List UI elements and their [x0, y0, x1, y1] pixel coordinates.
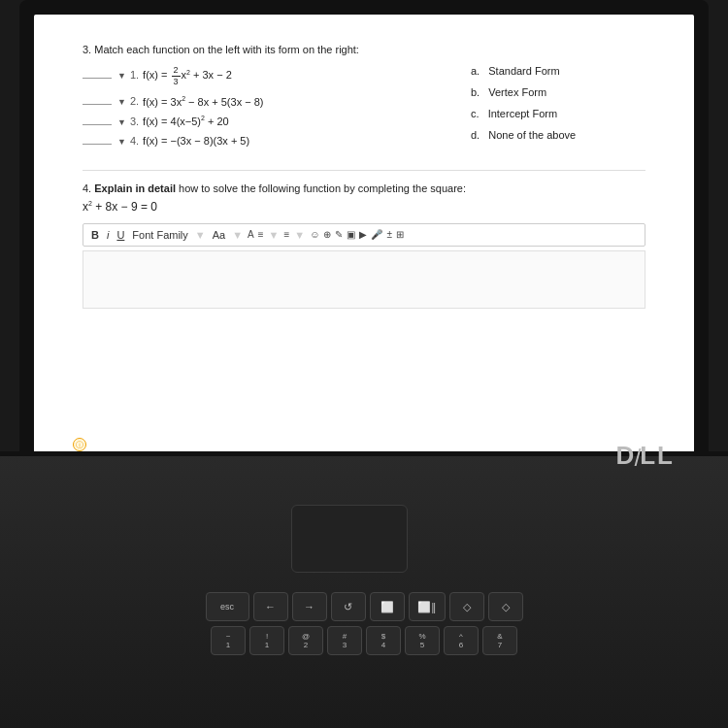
- answer-blank-4: [83, 144, 112, 145]
- screen-bezel: 3. Match each function on the left with …: [19, 0, 709, 476]
- left-items: ▼ 1. f(x) = 23x2 + 3x − 2 ▼ 2. f(x) = 3: [83, 65, 451, 154]
- italic-button[interactable]: i: [105, 228, 111, 242]
- answer-blank-2: [83, 104, 112, 105]
- option-a: a. Standard Form: [471, 65, 645, 77]
- emoji-icon[interactable]: ☺: [310, 229, 319, 240]
- option-d: d. None of the above: [471, 129, 645, 141]
- key-exclaim[interactable]: !1: [249, 626, 284, 655]
- mic-icon[interactable]: 🎤: [371, 229, 382, 240]
- right-items: a. Standard Form b. Vertex Form c. Inter…: [451, 65, 645, 154]
- keyboard-row-2: ~1 !1 @2 #3 $4 %5 ^6 &7: [15, 626, 713, 655]
- question-4: 4. Explain in detail how to solve the fo…: [83, 182, 645, 309]
- match-container: ▼ 1. f(x) = 23x2 + 3x − 2 ▼ 2. f(x) = 3: [83, 65, 645, 154]
- key-right[interactable]: →: [292, 592, 327, 621]
- align-icon[interactable]: ≡: [258, 229, 264, 240]
- font-size-button[interactable]: Aa: [211, 228, 227, 242]
- question-3-label: 3. Match each function on the left with …: [83, 44, 645, 55]
- formula-icon[interactable]: ±: [386, 229, 392, 240]
- key-at[interactable]: @2: [288, 626, 323, 655]
- video-icon[interactable]: ▶: [359, 229, 367, 240]
- font-family-dropdown[interactable]: Font Family: [130, 228, 189, 242]
- dell-logo: DLL: [615, 441, 675, 471]
- equation: x2 + 8x − 9 = 0: [83, 200, 645, 214]
- section-divider: [83, 170, 645, 171]
- answer-text-area[interactable]: [83, 250, 645, 309]
- key-brightness-up[interactable]: ◇: [488, 592, 523, 621]
- bold-button[interactable]: B: [89, 228, 101, 242]
- match-item-3: ▼ 3. f(x) = 4(x−5)2 + 20: [83, 115, 451, 127]
- key-refresh[interactable]: ↺: [331, 592, 366, 621]
- key-ampersand[interactable]: &7: [482, 626, 517, 655]
- key-dollar[interactable]: $4: [366, 626, 401, 655]
- key-hash[interactable]: #3: [327, 626, 362, 655]
- text-editor-toolbar: B i U Font Family ▼ Aa ▼ A ≡ ▼ ≡ ▼ ☺ ⊕ ✎…: [83, 223, 645, 247]
- option-b: b. Vertex Form: [471, 86, 645, 98]
- circle-indicator: ⓘ: [73, 438, 86, 451]
- key-esc[interactable]: esc: [206, 592, 249, 621]
- key-tilde[interactable]: ~1: [211, 626, 246, 655]
- option-c: c. Intercept Form: [471, 108, 645, 119]
- underline-button[interactable]: U: [115, 228, 126, 242]
- trackpad[interactable]: [291, 505, 408, 573]
- answer-blank-1: [83, 78, 112, 79]
- image-icon[interactable]: ▣: [347, 229, 355, 240]
- text-color-icon[interactable]: A: [248, 229, 254, 240]
- match-item-1: ▼ 1. f(x) = 23x2 + 3x − 2: [83, 65, 451, 87]
- key-left[interactable]: ←: [253, 592, 288, 621]
- key-percent[interactable]: %5: [405, 626, 440, 655]
- key-screenshot[interactable]: ⬜: [370, 592, 405, 621]
- list-icon[interactable]: ≡: [283, 229, 289, 240]
- pencil-icon[interactable]: ✎: [335, 229, 343, 240]
- table-icon[interactable]: ⊞: [396, 229, 404, 240]
- answer-blank-3: [83, 124, 112, 125]
- question-4-label: 4. Explain in detail how to solve the fo…: [83, 182, 645, 194]
- key-caret[interactable]: ^6: [444, 626, 479, 655]
- screen-inner: 3. Match each function on the left with …: [34, 15, 694, 461]
- link-icon[interactable]: ⊕: [323, 229, 331, 240]
- match-item-2: ▼ 2. f(x) = 3x2 − 8x + 5(3x − 8): [83, 95, 451, 108]
- key-split-screen[interactable]: ⬜‖: [409, 592, 446, 621]
- key-brightness-down[interactable]: ◇: [449, 592, 484, 621]
- laptop-body: DLL esc ← → ↺ ⬜ ⬜‖ ◇ ◇ ~1 !1 @2 #3 $4 %5…: [0, 456, 728, 728]
- document-area: 3. Match each function on the left with …: [53, 24, 675, 461]
- match-item-4: ▼ 4. f(x) = −(3x − 8)(3x + 5): [83, 135, 451, 147]
- keyboard-row-1: esc ← → ↺ ⬜ ⬜‖ ◇ ◇: [15, 592, 713, 621]
- question-3: 3. Match each function on the left with …: [83, 44, 645, 154]
